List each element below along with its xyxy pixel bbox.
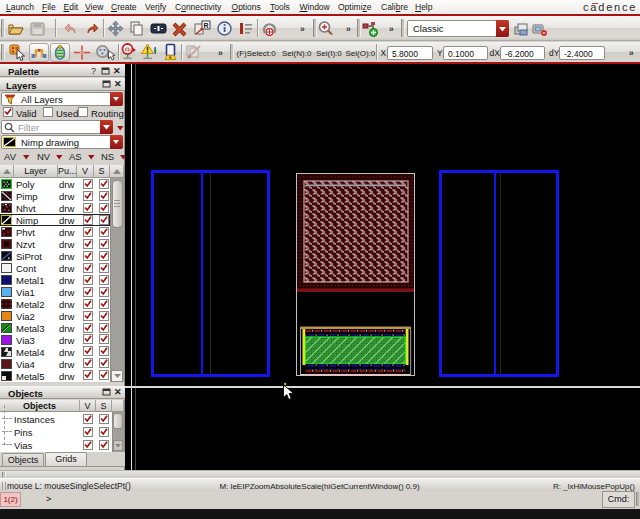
svg-text:R: R	[204, 22, 209, 29]
